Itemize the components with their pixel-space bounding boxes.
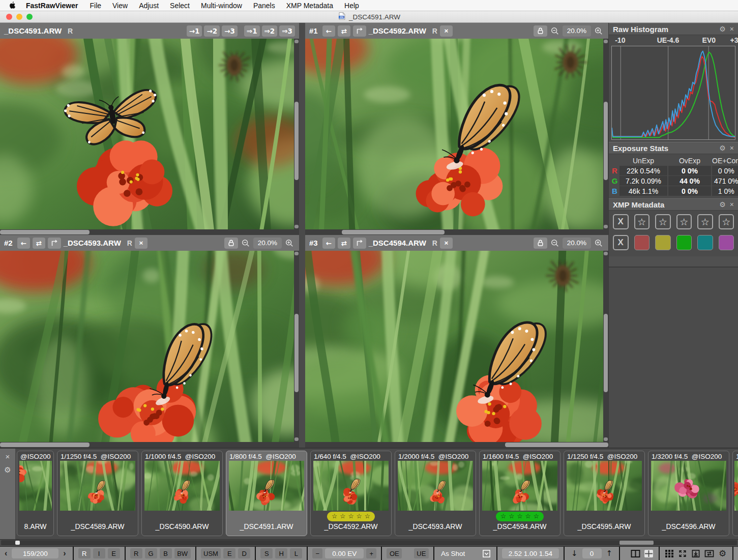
menu-view[interactable]: View bbox=[107, 2, 133, 10]
menu-multi-window[interactable]: Multi-window bbox=[195, 2, 248, 10]
horizontal-scrollbar[interactable] bbox=[305, 229, 608, 235]
arw-document-icon[interactable]: ARW bbox=[338, 12, 346, 22]
send-to-pane-1-button[interactable]: ⇒1 bbox=[244, 25, 260, 37]
xmp-settings-gear-icon[interactable]: ⚙ bbox=[719, 201, 726, 208]
back-arrow-button[interactable]: ← bbox=[322, 238, 335, 249]
thumbnail-photo[interactable] bbox=[313, 461, 389, 511]
thumbnail-photo[interactable] bbox=[19, 461, 52, 511]
zoom-out-icon[interactable] bbox=[240, 238, 251, 249]
vertical-scrollbar[interactable] bbox=[603, 39, 608, 229]
status-toggle-e-0[interactable]: E bbox=[108, 548, 120, 558]
vertical-scrollbar[interactable] bbox=[294, 251, 299, 442]
app-menu[interactable]: FastRawViewer bbox=[20, 2, 84, 10]
histogram-close-icon[interactable]: × bbox=[730, 25, 734, 33]
rating-star-button-3[interactable]: ☆ bbox=[676, 214, 692, 229]
minimize-window-button[interactable] bbox=[16, 14, 22, 20]
status-toggle-r-0[interactable]: R bbox=[78, 548, 91, 558]
status-toggle-e-2[interactable]: E bbox=[223, 548, 235, 558]
previous-file-button[interactable]: ‹ bbox=[3, 549, 9, 558]
vertical-scrollbar[interactable] bbox=[294, 39, 299, 229]
menu-file[interactable]: File bbox=[84, 2, 107, 10]
send-to-pane-3-button[interactable]: ⇒3 bbox=[279, 25, 295, 37]
zoom-in-icon[interactable] bbox=[593, 238, 604, 249]
vertical-scrollbar[interactable] bbox=[603, 251, 608, 442]
swap-images-button[interactable]: ⇄ bbox=[33, 238, 45, 249]
rating-star-button-5[interactable]: ☆ bbox=[719, 214, 734, 229]
forward-to-pane-1-button[interactable]: →1 bbox=[187, 25, 202, 37]
filmstrip-thumbnail[interactable]: 1/2000 f/4.5 @ISO200 _DSC4593.ARW bbox=[395, 451, 476, 536]
zoom-out-icon[interactable] bbox=[549, 238, 560, 249]
menu-xmp-metadata[interactable]: XMP Metadata bbox=[281, 2, 339, 10]
status-toggle-i-0[interactable]: I bbox=[93, 548, 105, 558]
status-toggle-bw-1[interactable]: BW bbox=[174, 548, 191, 558]
histogram-settings-gear-icon[interactable]: ⚙ bbox=[719, 25, 726, 33]
ev-value-field[interactable]: 0.00 EV bbox=[325, 548, 364, 558]
rating-star-button-4[interactable]: ☆ bbox=[697, 214, 713, 229]
xmp-close-icon[interactable]: × bbox=[730, 201, 734, 208]
thumbnail-photo[interactable] bbox=[567, 461, 642, 511]
orientation-button[interactable] bbox=[353, 25, 366, 37]
forward-to-pane-2-button[interactable]: →2 bbox=[204, 25, 220, 37]
apple-icon[interactable] bbox=[9, 2, 16, 9]
exposure-settings-gear-icon[interactable]: ⚙ bbox=[719, 144, 726, 152]
filmstrip-thumbnail[interactable]: 1/800 f/4.5 @ISO200 _DSC4591.ARW bbox=[226, 451, 307, 536]
horizontal-scrollbar[interactable] bbox=[0, 229, 299, 235]
zoom-lock-button[interactable] bbox=[534, 238, 547, 249]
filmstrip-settings-gear-icon[interactable]: ⚙ bbox=[4, 466, 11, 474]
horizontal-scrollbar[interactable] bbox=[305, 442, 608, 448]
zoom-lock-button[interactable] bbox=[224, 238, 238, 249]
status-toggle-d-2[interactable]: D bbox=[238, 548, 250, 558]
status-toggle-h-3[interactable]: H bbox=[275, 548, 287, 558]
ev-plus-button[interactable]: + bbox=[366, 548, 376, 558]
filmstrip-thumbnail[interactable]: 1 bbox=[732, 451, 738, 536]
status-toggle-l-3[interactable]: L bbox=[290, 548, 302, 558]
rating-star-button-1[interactable]: ☆ bbox=[634, 214, 650, 229]
zoom-window-button[interactable] bbox=[26, 14, 33, 20]
color-label-button-1[interactable] bbox=[634, 235, 650, 250]
filmstrip-thumbnail[interactable]: 1/1000 f/4.5 @ISO200 _DSC4590.ARW bbox=[141, 451, 223, 536]
photo-dsc4594[interactable] bbox=[305, 251, 608, 442]
thumbnail-photo[interactable] bbox=[144, 461, 220, 511]
status-toggle-oe[interactable]: OE bbox=[387, 548, 402, 558]
close-window-button[interactable] bbox=[6, 14, 12, 20]
settings-gear-icon[interactable]: ⚙ bbox=[717, 548, 728, 559]
ev-minus-button[interactable]: − bbox=[312, 548, 322, 558]
thumbnail-photo[interactable] bbox=[734, 461, 738, 511]
filmstrip-thumbnail[interactable]: 1/1250 f/4.5 @ISO200 _DSC4589.ARW bbox=[57, 451, 138, 536]
panel-transfer-icon[interactable] bbox=[704, 548, 715, 559]
forward-to-pane-3-button[interactable]: →3 bbox=[222, 25, 238, 37]
zoom-lock-button[interactable] bbox=[534, 25, 547, 37]
grid-thumbnails-icon[interactable] bbox=[664, 548, 675, 559]
swap-images-button[interactable]: ⇄ bbox=[338, 238, 350, 249]
filmstrip-scrollbar-thumb[interactable] bbox=[619, 541, 654, 545]
white-balance-preset[interactable]: As Shot bbox=[439, 550, 479, 557]
horizontal-scrollbar[interactable] bbox=[0, 442, 299, 448]
filmstrip-thumbnail[interactable]: 1/3200 f/4.5 @ISO200 _DSC4596.ARW bbox=[648, 451, 729, 536]
rotate-up-arrow[interactable]: ↑ bbox=[604, 549, 615, 558]
filmstrip-close-icon[interactable]: × bbox=[6, 453, 10, 460]
thumbnail-photo[interactable] bbox=[482, 461, 557, 511]
clear-rating-button[interactable]: X bbox=[613, 214, 629, 229]
status-toggle-ue[interactable]: UE bbox=[414, 548, 429, 558]
status-toggle-usm-2[interactable]: USM bbox=[201, 548, 221, 558]
close-pane-button[interactable]: × bbox=[135, 238, 147, 249]
exposure-close-icon[interactable]: × bbox=[730, 144, 734, 152]
four-pane-view-icon[interactable] bbox=[643, 548, 654, 559]
photo-dsc4593[interactable] bbox=[0, 251, 299, 442]
menu-adjust[interactable]: Adjust bbox=[133, 2, 164, 10]
zoom-in-icon[interactable] bbox=[284, 238, 295, 249]
two-pane-view-icon[interactable] bbox=[630, 548, 641, 559]
filmstrip-thumbnail[interactable]: 1/1250 f/4.5 @ISO200 _DSC4595.ARW bbox=[564, 451, 645, 536]
orientation-button[interactable] bbox=[48, 238, 61, 249]
filmstrip-thumbnail[interactable]: 1/1600 f/4.5 @ISO200 ☆☆☆☆☆ _DSC4594.ARW bbox=[479, 451, 560, 536]
menu-help[interactable]: Help bbox=[339, 2, 365, 10]
close-pane-button[interactable]: × bbox=[440, 238, 453, 249]
status-toggle-b-1[interactable]: B bbox=[160, 548, 172, 558]
filmstrip-thumbnail[interactable]: @ISO200 8.ARW bbox=[17, 451, 54, 536]
filmstrip-thumbnail[interactable]: 1/640 f/4.5 @ISO200 ☆☆☆☆☆ _DSC4592.ARW bbox=[310, 451, 392, 536]
rotate-down-arrow[interactable]: ↓ bbox=[569, 549, 580, 558]
swap-images-button[interactable]: ⇄ bbox=[338, 25, 350, 37]
photo-dsc4592[interactable] bbox=[305, 39, 608, 229]
zoom-out-icon[interactable] bbox=[549, 25, 560, 37]
menu-panels[interactable]: Panels bbox=[248, 2, 281, 10]
